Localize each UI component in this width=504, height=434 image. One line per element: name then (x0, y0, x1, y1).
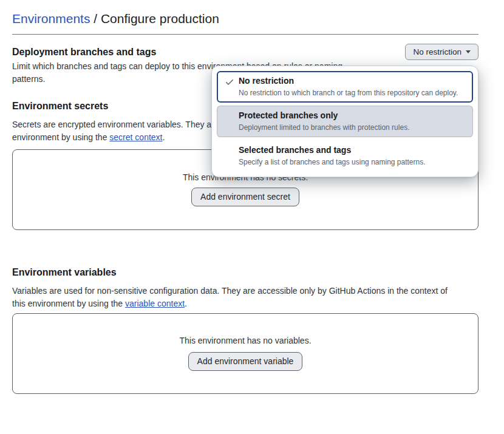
dropdown-option-no-restriction[interactable]: No restriction No restriction to which b… (217, 71, 473, 103)
variables-empty-text: This environment has no variables. (13, 314, 478, 345)
dropdown-option-title: No restriction (239, 75, 467, 87)
variables-description: Variables are used for non-sensitive con… (12, 285, 478, 310)
restriction-selector-button[interactable]: No restriction (405, 44, 478, 60)
environment-variables-section: Environment variables Variables are used… (12, 266, 478, 394)
page-title: Environments / Configure production (12, 10, 478, 35)
secrets-description-line2: environment by using the (12, 132, 109, 142)
dropdown-option-title: Protected branches only (239, 109, 467, 121)
breadcrumb-environments-link[interactable]: Environments (12, 12, 90, 25)
secret-context-link[interactable]: secret context (109, 132, 162, 142)
breadcrumb-separator: / (90, 12, 101, 25)
add-environment-variable-button[interactable]: Add environment variable (188, 352, 303, 371)
environment-settings-page: Environments / Configure production Depl… (0, 0, 504, 434)
variables-description-line1: Variables are used for non-sensitive con… (12, 286, 448, 296)
variables-description-line2: this environment by using the (12, 299, 125, 308)
dropdown-option-title: Selected branches and tags (239, 144, 467, 156)
environment-variables-heading: Environment variables (12, 266, 478, 279)
dropdown-option-desc: Specify a list of branches and tags usin… (239, 157, 467, 168)
dropdown-option-selected-branches[interactable]: Selected branches and tags Specify a lis… (217, 140, 473, 172)
page-title-current: Configure production (101, 12, 219, 25)
variable-context-link[interactable]: variable context (125, 299, 185, 308)
secrets-description-suffix: . (162, 132, 165, 142)
dropdown-option-protected-branches[interactable]: Protected branches only Deployment limit… (217, 106, 473, 137)
dropdown-option-desc: No restriction to which branch or tag fr… (239, 87, 467, 98)
check-icon (225, 77, 234, 87)
variables-empty-box: This environment has no variables. Add e… (12, 313, 478, 394)
restriction-dropdown-menu: No restriction No restriction to which b… (211, 66, 478, 177)
dropdown-option-desc: Deployment limited to branches with prot… (239, 122, 467, 133)
add-environment-secret-button[interactable]: Add environment secret (191, 188, 299, 206)
restriction-selector-label: No restriction (413, 47, 461, 56)
deployment-description-line2: patterns. (12, 74, 45, 84)
triangle-down-icon (466, 50, 471, 53)
variables-description-suffix: . (185, 299, 187, 308)
settings-content: Environments / Configure production Depl… (0, 0, 504, 394)
